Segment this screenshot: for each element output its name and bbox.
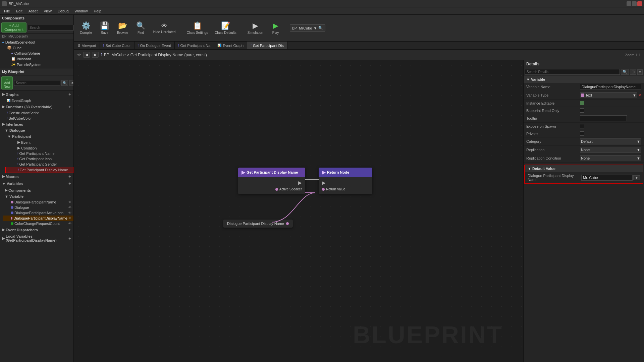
details-search-button[interactable]: 🔍 [621,69,629,75]
class-defaults-button[interactable]: 📝 Class Defaults [212,20,239,36]
var-color-change-request-count[interactable]: ColorChangeRequestCount 👁 [3,221,73,226]
variable-type-select[interactable]: Text ▼ [580,92,637,98]
menu-view[interactable]: View [41,8,54,14]
details-list-button[interactable]: ≡ [637,69,643,75]
instance-editable-checkbox[interactable] [580,101,584,105]
menu-debug[interactable]: Debug [55,8,71,14]
get-participant-name-item[interactable]: fGet Participant Name [5,151,73,156]
default-value-section-header[interactable]: ▼ Default Value [525,165,643,172]
node-return[interactable]: ▶ Return Node ▶ Re [319,168,372,194]
replication-condition-select[interactable]: None ▼ [580,155,641,161]
default-value-dropdown-button[interactable]: ▼ [633,175,640,180]
variables-add-button[interactable]: ＋ [68,181,71,186]
category-select[interactable]: Default ▼ [580,138,641,144]
tree-default-scene-root[interactable]: ● DefaultSceneRoot [0,40,73,45]
functions-header[interactable]: ▶Functions (33 Overridable) ＋ [0,103,73,110]
debug-filter-search-icon[interactable]: 🔍 [318,26,323,30]
add-new-button[interactable]: + Add New [1,76,13,89]
get-participant-display-name-item[interactable]: fGet Participant Display Name [5,167,73,173]
private-checkbox[interactable] [580,131,584,136]
class-settings-button[interactable]: 📋 Class Settings [184,20,211,36]
event-graph-item[interactable]: 📊 EventGraph [0,98,73,103]
var-eye-icon5[interactable]: 👁 [68,222,71,225]
interfaces-header[interactable]: ▶Interfaces [0,121,73,127]
details-grid-button[interactable]: ⊞ [630,69,636,75]
details-search-input[interactable] [525,69,620,75]
node-dialogue-param[interactable]: Dialogue Participant Display Name [223,220,293,228]
event-item[interactable]: ▶Event [5,139,73,145]
tab-set-cube-color[interactable]: f Set Cube Color [100,42,135,49]
participant-header[interactable]: ▼Participant [5,133,73,139]
get-participant-gender-item[interactable]: fGet Participant Gender [5,162,73,167]
my-blueprint-search-button[interactable]: 🔍 [61,80,68,86]
local-variables-header[interactable]: ▶Local Variables (GetParticipantDisplayN… [0,233,73,243]
var-eye-icon2[interactable]: 👁 [68,206,71,209]
variable-type-remove-button[interactable]: ✕ [638,93,641,98]
play-button[interactable]: ▶ Play [267,20,284,36]
browse-button[interactable]: 📂 Browse [114,20,131,36]
tab-viewport[interactable]: 🖥 Viewport [74,42,100,49]
construction-script-item[interactable]: f ConstructionScript [0,110,73,116]
tree-billboard[interactable]: 📋 Billboard [0,56,73,62]
event-dispatchers-header[interactable]: ▶Event Dispatchers ＋ [0,226,73,233]
components-sub-header[interactable]: ▶Components [3,187,73,193]
var-dialogue-participant-name[interactable]: DialogueParticipantName 👁 [3,199,73,205]
variable-name-input[interactable] [580,84,641,90]
menu-edit[interactable]: Edit [13,8,25,14]
tab-get-participant-na[interactable]: f Get Participant Na [175,42,214,49]
get-participant-icon-item[interactable]: fGet Participant Icon [5,156,73,162]
condition-item[interactable]: ▶Condition [5,145,73,151]
debug-filter-dropdown[interactable]: BP_MrCube ▼ 🔍 [290,24,326,32]
maximize-button[interactable] [632,1,637,6]
tab-event-graph[interactable]: 📊 Event Graph [214,42,247,49]
var-dialogue-participant-active-icon[interactable]: DialogueParticipantActiveIcon 👁 [3,210,73,216]
variable-section-header[interactable]: ▼Variable [524,76,644,83]
node-get-participant-display-name[interactable]: ▶ Get Participant Display Name ▶ [238,168,305,194]
graphs-add-button[interactable]: ＋ [68,92,71,97]
hide-unrelated-button[interactable]: 👁 Hide Unrelated [151,21,178,35]
save-button[interactable]: 💾 Save [96,20,113,36]
components-search-input[interactable] [28,25,74,31]
var-eye-icon3[interactable]: 👁 [68,211,71,215]
compile-button[interactable]: ⚙️ Compile [77,20,95,36]
dialogue-header[interactable]: ▼Dialogue [3,127,73,133]
tree-particle-system[interactable]: ✨ ParticleSystem [0,62,73,67]
nav-forward-button[interactable]: ▶ [92,52,99,58]
expose-on-spawn-checkbox[interactable] [580,124,584,128]
menu-asset[interactable]: Asset [26,8,41,14]
set-cube-color-item[interactable]: f SetCubeColor [0,116,73,121]
default-value-input[interactable] [581,175,633,181]
tree-collision-sphere[interactable]: ● CollisionSphere [0,51,73,56]
tree-cube[interactable]: 📦 Cube [0,45,73,51]
return-value-row: Return Value [319,186,372,192]
var-dialogue-participant-display-name[interactable]: DialogueParticipantDisplayName 👁 [3,216,73,221]
blueprint-read-only-checkbox[interactable] [580,108,584,113]
nav-back-button[interactable]: ◀ [83,52,90,58]
var-eye-icon[interactable]: 👁 [68,200,71,204]
replication-select[interactable]: None ▼ [580,147,641,153]
my-blueprint-options-button[interactable]: 👁 [69,80,73,86]
local-variables-add-button[interactable]: ＋ [68,236,71,241]
event-dispatchers-add-button[interactable]: ＋ [68,227,71,232]
tab-on-dialogue-event[interactable]: f On Dialogue Event [135,42,175,49]
menu-window[interactable]: Window [72,8,90,14]
macros-header[interactable]: ▶Macros ＋ [0,173,73,180]
tab-get-participant-dis[interactable]: f Get Participant Dis [247,42,287,49]
variables-header[interactable]: ▼Variables ＋ [0,180,73,187]
tooltip-input[interactable] [580,115,627,121]
graphs-header[interactable]: ▶Graphs ＋ [0,91,73,98]
my-blueprint-search-input[interactable] [14,80,60,86]
menu-file[interactable]: File [1,8,13,14]
functions-add-button[interactable]: ＋ [68,104,71,109]
macros-add-button[interactable]: ＋ [68,174,71,179]
find-button[interactable]: 🔍 Find [132,20,149,36]
canvas[interactable]: ▶ Get Participant Display Name ▶ [74,60,523,362]
close-button[interactable] [637,1,642,6]
add-component-button[interactable]: + Add Component [1,22,26,33]
simulation-button[interactable]: ▶ Simulation [245,20,266,36]
var-eye-icon4[interactable]: 👁 [68,217,71,220]
var-dialogue[interactable]: Dialogue 👁 [3,205,73,210]
minimize-button[interactable] [627,1,631,6]
menu-help[interactable]: Help [91,8,104,14]
variable-sub-header[interactable]: ▼Variable [3,193,73,199]
